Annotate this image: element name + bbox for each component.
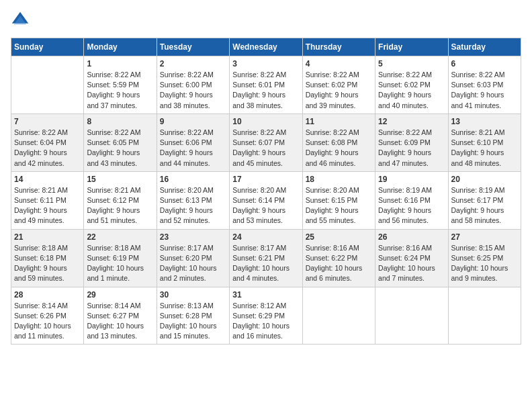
calendar-col-wednesday: Wednesday (230, 38, 302, 56)
day-info: Sunrise: 8:14 AM Sunset: 6:26 PM Dayligh… (14, 301, 81, 342)
calendar-col-sunday: Sunday (11, 38, 84, 56)
calendar-cell: 30Sunrise: 8:13 AM Sunset: 6:28 PM Dayli… (157, 287, 229, 345)
calendar-cell: 9Sunrise: 8:22 AM Sunset: 6:06 PM Daylig… (157, 113, 229, 171)
calendar-cell: 11Sunrise: 8:22 AM Sunset: 6:08 PM Dayli… (302, 113, 375, 171)
calendar-cell (11, 56, 84, 114)
day-info: Sunrise: 8:22 AM Sunset: 6:07 PM Dayligh… (232, 128, 299, 169)
calendar-week-row: 1Sunrise: 8:22 AM Sunset: 5:59 PM Daylig… (11, 56, 521, 114)
calendar-cell: 8Sunrise: 8:22 AM Sunset: 6:05 PM Daylig… (84, 113, 157, 171)
calendar-cell: 25Sunrise: 8:16 AM Sunset: 6:22 PM Dayli… (302, 229, 375, 287)
day-info: Sunrise: 8:22 AM Sunset: 6:02 PM Dayligh… (306, 70, 372, 111)
calendar-cell: 27Sunrise: 8:15 AM Sunset: 6:25 PM Dayli… (448, 229, 521, 287)
day-info: Sunrise: 8:12 AM Sunset: 6:29 PM Dayligh… (232, 301, 299, 342)
day-number: 24 (232, 232, 299, 242)
day-info: Sunrise: 8:19 AM Sunset: 6:17 PM Dayligh… (451, 185, 518, 226)
day-info: Sunrise: 8:16 AM Sunset: 6:22 PM Dayligh… (306, 243, 372, 284)
calendar-cell: 5Sunrise: 8:22 AM Sunset: 6:02 PM Daylig… (375, 56, 448, 114)
calendar-cell: 15Sunrise: 8:21 AM Sunset: 6:12 PM Dayli… (84, 171, 157, 229)
day-number: 31 (232, 290, 299, 300)
day-info: Sunrise: 8:22 AM Sunset: 6:00 PM Dayligh… (160, 70, 226, 111)
day-number: 6 (451, 59, 518, 68)
calendar-cell: 21Sunrise: 8:18 AM Sunset: 6:18 PM Dayli… (11, 229, 84, 287)
logo-icon (11, 11, 30, 30)
day-info: Sunrise: 8:22 AM Sunset: 5:59 PM Dayligh… (87, 70, 153, 111)
day-info: Sunrise: 8:22 AM Sunset: 6:04 PM Dayligh… (14, 128, 81, 169)
calendar-cell: 19Sunrise: 8:19 AM Sunset: 6:16 PM Dayli… (375, 171, 448, 229)
day-number: 14 (14, 175, 81, 184)
day-info: Sunrise: 8:20 AM Sunset: 6:15 PM Dayligh… (306, 185, 372, 226)
calendar-col-saturday: Saturday (448, 38, 521, 56)
day-number: 28 (14, 290, 81, 300)
day-number: 19 (378, 175, 445, 184)
day-number: 17 (232, 175, 299, 184)
day-info: Sunrise: 8:20 AM Sunset: 6:14 PM Dayligh… (232, 185, 299, 226)
calendar-cell: 7Sunrise: 8:22 AM Sunset: 6:04 PM Daylig… (11, 113, 84, 171)
calendar-cell (375, 287, 448, 345)
day-number: 16 (160, 175, 226, 184)
day-info: Sunrise: 8:22 AM Sunset: 6:05 PM Dayligh… (87, 128, 153, 169)
calendar-col-friday: Friday (375, 38, 448, 56)
logo (11, 11, 32, 30)
calendar-cell: 4Sunrise: 8:22 AM Sunset: 6:02 PM Daylig… (302, 56, 375, 114)
day-info: Sunrise: 8:19 AM Sunset: 6:16 PM Dayligh… (378, 185, 445, 226)
day-info: Sunrise: 8:15 AM Sunset: 6:25 PM Dayligh… (451, 243, 518, 284)
day-info: Sunrise: 8:16 AM Sunset: 6:24 PM Dayligh… (378, 243, 445, 284)
calendar-cell: 23Sunrise: 8:17 AM Sunset: 6:20 PM Dayli… (157, 229, 229, 287)
page-header (11, 11, 521, 30)
day-info: Sunrise: 8:21 AM Sunset: 6:10 PM Dayligh… (451, 128, 518, 169)
calendar-cell: 3Sunrise: 8:22 AM Sunset: 6:01 PM Daylig… (230, 56, 302, 114)
day-number: 1 (87, 59, 153, 68)
calendar-cell: 2Sunrise: 8:22 AM Sunset: 6:00 PM Daylig… (157, 56, 229, 114)
day-info: Sunrise: 8:22 AM Sunset: 6:03 PM Dayligh… (451, 70, 518, 111)
calendar-cell: 1Sunrise: 8:22 AM Sunset: 5:59 PM Daylig… (84, 56, 157, 114)
day-number: 7 (14, 117, 81, 126)
calendar-col-thursday: Thursday (302, 38, 375, 56)
calendar-cell (448, 287, 521, 345)
day-info: Sunrise: 8:18 AM Sunset: 6:18 PM Dayligh… (14, 243, 81, 284)
calendar-cell: 10Sunrise: 8:22 AM Sunset: 6:07 PM Dayli… (230, 113, 302, 171)
calendar-cell: 29Sunrise: 8:14 AM Sunset: 6:27 PM Dayli… (84, 287, 157, 345)
day-number: 27 (451, 232, 518, 242)
calendar-week-row: 14Sunrise: 8:21 AM Sunset: 6:11 PM Dayli… (11, 171, 521, 229)
day-number: 11 (306, 117, 372, 126)
calendar-cell: 14Sunrise: 8:21 AM Sunset: 6:11 PM Dayli… (11, 171, 84, 229)
day-info: Sunrise: 8:21 AM Sunset: 6:11 PM Dayligh… (14, 185, 81, 226)
day-info: Sunrise: 8:13 AM Sunset: 6:28 PM Dayligh… (160, 301, 226, 342)
calendar-table: SundayMondayTuesdayWednesdayThursdayFrid… (11, 38, 521, 345)
day-number: 30 (160, 290, 226, 300)
calendar-cell: 24Sunrise: 8:17 AM Sunset: 6:21 PM Dayli… (230, 229, 302, 287)
day-number: 9 (160, 117, 226, 126)
day-number: 13 (451, 117, 518, 126)
day-info: Sunrise: 8:22 AM Sunset: 6:06 PM Dayligh… (160, 128, 226, 169)
day-number: 10 (232, 117, 299, 126)
day-number: 5 (378, 59, 445, 68)
calendar-col-tuesday: Tuesday (157, 38, 229, 56)
calendar-cell: 17Sunrise: 8:20 AM Sunset: 6:14 PM Dayli… (230, 171, 302, 229)
calendar-week-row: 21Sunrise: 8:18 AM Sunset: 6:18 PM Dayli… (11, 229, 521, 287)
day-number: 18 (306, 175, 372, 184)
calendar-cell: 6Sunrise: 8:22 AM Sunset: 6:03 PM Daylig… (448, 56, 521, 114)
calendar-cell: 20Sunrise: 8:19 AM Sunset: 6:17 PM Dayli… (448, 171, 521, 229)
calendar-col-monday: Monday (84, 38, 157, 56)
day-number: 2 (160, 59, 226, 68)
calendar-week-row: 28Sunrise: 8:14 AM Sunset: 6:26 PM Dayli… (11, 287, 521, 345)
calendar-cell: 12Sunrise: 8:22 AM Sunset: 6:09 PM Dayli… (375, 113, 448, 171)
day-number: 29 (87, 290, 153, 300)
day-info: Sunrise: 8:22 AM Sunset: 6:01 PM Dayligh… (232, 70, 299, 111)
day-number: 21 (14, 232, 81, 242)
calendar-cell: 16Sunrise: 8:20 AM Sunset: 6:13 PM Dayli… (157, 171, 229, 229)
calendar-week-row: 7Sunrise: 8:22 AM Sunset: 6:04 PM Daylig… (11, 113, 521, 171)
day-info: Sunrise: 8:20 AM Sunset: 6:13 PM Dayligh… (160, 185, 226, 226)
day-number: 3 (232, 59, 299, 68)
calendar-cell: 31Sunrise: 8:12 AM Sunset: 6:29 PM Dayli… (230, 287, 302, 345)
day-info: Sunrise: 8:21 AM Sunset: 6:12 PM Dayligh… (87, 185, 153, 226)
calendar-cell: 13Sunrise: 8:21 AM Sunset: 6:10 PM Dayli… (448, 113, 521, 171)
day-info: Sunrise: 8:22 AM Sunset: 6:09 PM Dayligh… (378, 128, 445, 169)
day-number: 20 (451, 175, 518, 184)
day-number: 22 (87, 232, 153, 242)
day-info: Sunrise: 8:17 AM Sunset: 6:20 PM Dayligh… (160, 243, 226, 284)
day-number: 25 (306, 232, 372, 242)
calendar-cell: 18Sunrise: 8:20 AM Sunset: 6:15 PM Dayli… (302, 171, 375, 229)
day-info: Sunrise: 8:22 AM Sunset: 6:02 PM Dayligh… (378, 70, 445, 111)
day-number: 15 (87, 175, 153, 184)
